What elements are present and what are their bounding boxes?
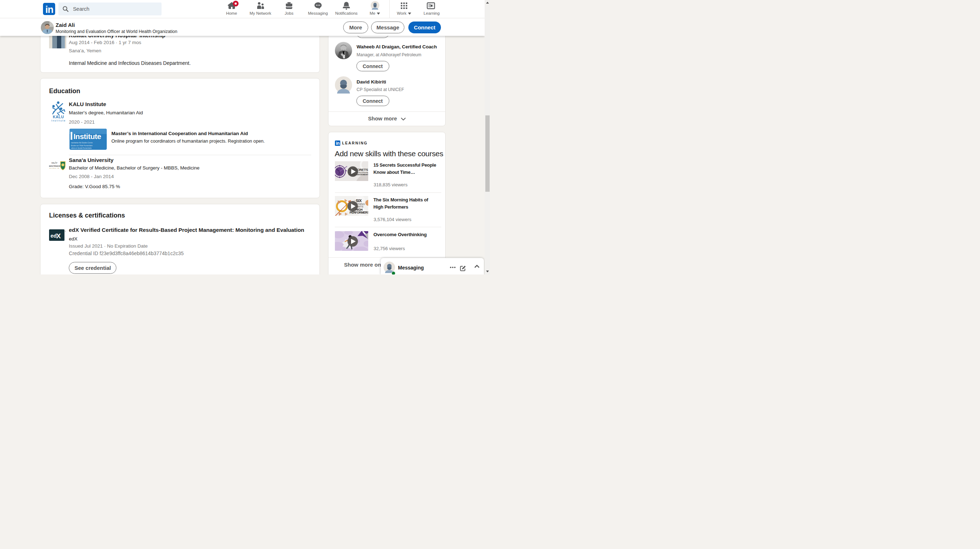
svg-text:X: X — [56, 232, 61, 240]
svg-text:Institute: Institute — [73, 132, 101, 140]
svg-text:manitarian Aid Studies Centre: manitarian Aid Studies Centre — [71, 142, 93, 144]
svg-text:in: in — [46, 4, 53, 15]
svg-text:Etudes sur l'Aide Humanitaire: Etudes sur l'Aide Humanitaire — [71, 145, 93, 147]
svg-text:Sana'a University: Sana'a University — [49, 165, 61, 167]
svg-text:udios en Ayuda Humanitaria: udios en Ayuda Humanitaria — [71, 147, 92, 149]
svg-text:KALU: KALU — [52, 115, 64, 119]
svg-text:ed: ed — [51, 233, 57, 239]
svg-text:in: in — [336, 141, 339, 146]
svg-text:جامعة: جامعة — [51, 161, 57, 164]
svg-text:Institute: Institute — [51, 119, 66, 122]
svg-text:®: ® — [65, 230, 66, 233]
svg-text:SU.EDU.YE: SU.EDU.YE — [49, 168, 59, 169]
